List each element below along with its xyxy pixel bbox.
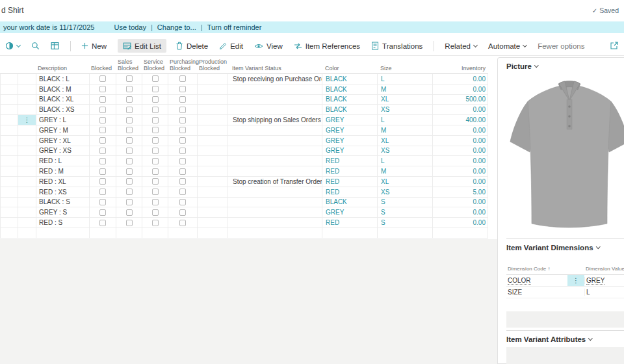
size-cell[interactable]: S [378, 207, 433, 218]
purchasing-blocked-cell[interactable] [168, 84, 198, 95]
row-menu[interactable]: ⋮ [18, 115, 36, 125]
inventory-cell[interactable]: 0.00 [433, 156, 488, 166]
inventory-cell[interactable]: 0.00 [433, 198, 488, 208]
color-cell[interactable]: RED [322, 166, 378, 177]
size-cell[interactable]: L [378, 156, 433, 166]
description-cell[interactable]: BLACK : L [36, 74, 90, 84]
size-cell[interactable]: M [378, 84, 433, 95]
row-selector[interactable] [1, 228, 18, 239]
sales-blocked-checkbox[interactable] [126, 158, 133, 164]
blocked-checkbox[interactable] [99, 137, 106, 144]
purchasing-blocked-cell[interactable] [168, 198, 198, 208]
description-cell[interactable]: GREY : XL [36, 136, 90, 146]
table-row[interactable]: GREY : XSGREYXS0.00 [0, 146, 488, 157]
table-row[interactable]: RED : XLStop creation of Transfer Orders… [0, 177, 488, 187]
service-blocked-cell[interactable] [142, 84, 168, 95]
service-blocked-checkbox[interactable] [152, 96, 159, 103]
purchasing-blocked-cell[interactable] [168, 146, 198, 157]
purchasing-blocked-checkbox[interactable] [179, 188, 186, 195]
sales-blocked-cell[interactable] [116, 198, 142, 208]
item-references-button[interactable]: Item References [294, 42, 360, 50]
table-row[interactable]: RED : XSREDXS5.00 [0, 187, 488, 198]
service-blocked-checkbox[interactable] [152, 137, 159, 144]
item-variant-status-cell[interactable] [228, 136, 322, 146]
empty-row[interactable] [0, 228, 488, 239]
color-cell[interactable]: BLACK [322, 95, 378, 105]
inventory-cell[interactable]: 0.00 [433, 146, 488, 157]
header-dimension-value[interactable]: Dimension Value C [584, 266, 624, 274]
row-selector[interactable] [1, 218, 18, 228]
color-cell[interactable]: BLACK [322, 198, 378, 208]
share-button[interactable] [610, 41, 619, 51]
description-cell[interactable] [36, 228, 90, 239]
service-blocked-cell[interactable] [142, 166, 168, 177]
header-service-blocked[interactable]: Service Blocked [142, 58, 168, 74]
row-selector[interactable] [1, 74, 18, 84]
description-cell[interactable]: BLACK : XS [36, 105, 90, 115]
new-button[interactable]: New [81, 42, 107, 50]
view-options-button[interactable] [5, 42, 20, 50]
inventory-cell[interactable]: 0.00 [433, 125, 488, 136]
purchasing-blocked-checkbox[interactable] [179, 178, 186, 185]
service-blocked-checkbox[interactable] [152, 178, 159, 185]
service-blocked-cell[interactable] [142, 177, 168, 187]
translations-button[interactable]: Translations [371, 42, 422, 50]
blocked-cell[interactable] [90, 187, 116, 198]
row-selector[interactable] [1, 95, 18, 105]
dimension-code-cell[interactable]: COLOR [506, 277, 567, 284]
size-cell[interactable]: XL [378, 177, 433, 187]
sales-blocked-checkbox[interactable] [126, 127, 133, 133]
service-blocked-checkbox[interactable] [152, 117, 159, 124]
size-cell[interactable]: XL [378, 95, 433, 105]
inventory-cell[interactable]: 0.00 [433, 105, 488, 115]
table-row[interactable]: RED : LREDL0.00 [0, 156, 488, 166]
size-cell[interactable]: M [378, 166, 433, 177]
size-cell[interactable]: S [378, 218, 433, 228]
row-menu[interactable]: ⋮ [567, 275, 584, 286]
size-cell[interactable]: L [378, 115, 433, 125]
item-variant-status-cell[interactable] [228, 105, 322, 115]
picture-section-header[interactable]: Picture [506, 62, 538, 70]
related-menu-button[interactable]: Related [445, 42, 477, 50]
purchasing-blocked-checkbox[interactable] [179, 137, 186, 144]
service-blocked-cell[interactable] [142, 228, 168, 239]
service-blocked-cell[interactable] [142, 95, 168, 105]
sales-blocked-checkbox[interactable] [126, 220, 133, 226]
item-variant-status-cell[interactable] [228, 156, 322, 166]
sales-blocked-checkbox[interactable] [126, 107, 133, 113]
row-selector[interactable] [1, 136, 18, 146]
table-row[interactable]: BLACK : XLBLACKXL500.00 [0, 95, 488, 105]
blocked-cell[interactable] [90, 228, 116, 239]
sales-blocked-cell[interactable] [116, 177, 142, 187]
service-blocked-checkbox[interactable] [152, 107, 159, 113]
item-variant-status-cell[interactable] [228, 218, 322, 228]
search-button[interactable] [31, 42, 40, 50]
row-selector[interactable] [1, 177, 18, 187]
blocked-cell[interactable] [90, 84, 116, 95]
item-variant-status-cell[interactable] [228, 95, 322, 105]
header-inventory[interactable]: Inventory [432, 58, 488, 74]
service-blocked-cell[interactable] [142, 198, 168, 208]
inventory-cell[interactable]: 0.00 [433, 177, 488, 187]
item-variant-status-cell[interactable]: Stop creation of Transfer Orders [228, 177, 322, 187]
service-blocked-checkbox[interactable] [152, 75, 159, 82]
blocked-cell[interactable] [90, 136, 116, 146]
size-cell[interactable]: XS [378, 187, 433, 198]
purchasing-blocked-cell[interactable] [168, 125, 198, 136]
description-cell[interactable]: BLACK : XL [36, 95, 90, 105]
blocked-cell[interactable] [90, 105, 116, 115]
purchasing-blocked-checkbox[interactable] [179, 220, 186, 226]
blocked-cell[interactable] [90, 146, 116, 157]
dimension-row[interactable]: COLOR ⋮ GREY [506, 275, 624, 287]
table-row[interactable]: GREY : XLGREYXL0.00 [0, 136, 488, 146]
service-blocked-cell[interactable] [142, 74, 168, 84]
sales-blocked-checkbox[interactable] [126, 75, 133, 82]
row-selector[interactable] [1, 84, 18, 95]
color-cell[interactable]: RED [322, 187, 378, 198]
purchasing-blocked-cell[interactable] [168, 136, 198, 146]
color-cell[interactable]: GREY [322, 146, 378, 157]
purchasing-blocked-cell[interactable] [168, 95, 198, 105]
open-in-excel-button[interactable] [51, 42, 59, 50]
service-blocked-checkbox[interactable] [152, 127, 159, 133]
service-blocked-cell[interactable] [142, 136, 168, 146]
